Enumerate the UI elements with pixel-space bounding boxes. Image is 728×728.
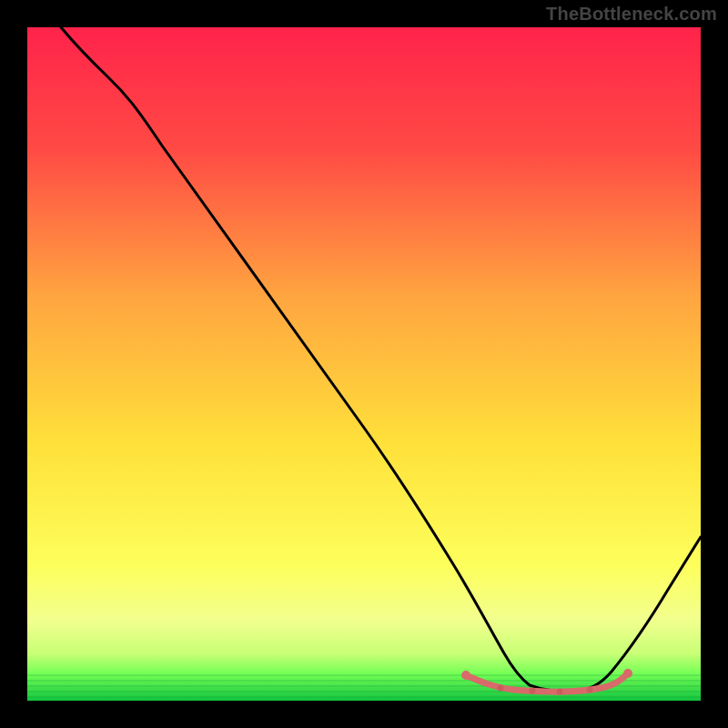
svg-point-9 bbox=[557, 689, 563, 695]
chart-stage: TheBottleneck.com bbox=[0, 0, 728, 728]
watermark-text: TheBottleneck.com bbox=[546, 4, 717, 25]
svg-point-7 bbox=[498, 685, 504, 692]
chart-svg bbox=[0, 0, 728, 728]
plot-area bbox=[27, 27, 701, 701]
svg-point-8 bbox=[530, 688, 536, 694]
svg-point-10 bbox=[587, 687, 593, 693]
svg-point-5 bbox=[461, 671, 470, 680]
gradient-background bbox=[27, 27, 701, 701]
svg-point-6 bbox=[623, 669, 632, 678]
